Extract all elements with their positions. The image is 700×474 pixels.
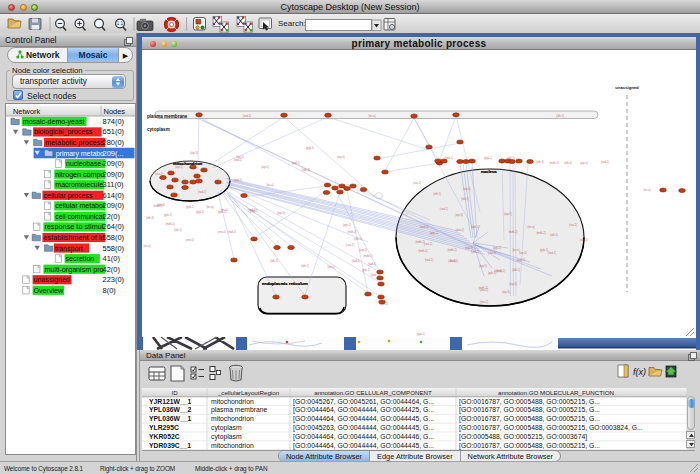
svg-text:ID: ID <box>171 389 178 396</box>
svg-text:(pgk-1): (pgk-1) <box>306 146 314 150</box>
svg-text:[GO:0016787, GO:0005488, GO:00: [GO:0016787, GO:0005488, GO:0005215, G..… <box>459 406 600 414</box>
svg-text:_cellularLayoutRegion: _cellularLayoutRegion <box>217 389 280 396</box>
svg-text:(cox-2): (cox-2) <box>155 172 163 176</box>
svg-text:mosaic-demo-yeast: mosaic-demo-yeast <box>23 118 85 126</box>
svg-text:(pyk-1): (pyk-1) <box>417 332 425 336</box>
svg-text:Overview: Overview <box>34 287 64 295</box>
svg-text:(mdh-2): (mdh-2) <box>447 248 456 252</box>
svg-text:[GO:0044464, GO:0044444, GO:00: [GO:0044464, GO:0044444, GO:0044446, G..… <box>293 433 434 441</box>
svg-text:(atp-5): (atp-5) <box>509 282 517 286</box>
svg-text:(atp-5): (atp-5) <box>455 213 463 217</box>
svg-text:874(0): 874(0) <box>103 117 125 126</box>
svg-text:transport: transport <box>55 245 83 253</box>
svg-text:(atp-5): (atp-5) <box>504 212 512 216</box>
svg-text:plasma membrane: plasma membrane <box>147 114 188 119</box>
svg-text:(ter-a): (ter-a) <box>266 183 273 187</box>
svg-text:(idh-1): (idh-1) <box>550 233 558 237</box>
svg-text:(eno-2): (eno-2) <box>186 238 194 242</box>
svg-text:(idh-1): (idh-1) <box>471 225 479 229</box>
svg-text:(tdh-3): (tdh-3) <box>146 216 154 220</box>
svg-text:(nad-1): (nad-1) <box>445 156 453 160</box>
svg-text:[GO:0045267, GO:0045261, GO:00: [GO:0045267, GO:0045261, GO:0044464, G..… <box>293 398 434 406</box>
svg-text:280(0): 280(0) <box>103 138 125 147</box>
svg-text:(mdh-2): (mdh-2) <box>347 230 356 234</box>
svg-text:macromolecule: macromolecule <box>55 181 103 189</box>
svg-text:558(0): 558(0) <box>103 244 125 253</box>
svg-text:mitochondrion: mitochondrion <box>173 161 203 166</box>
svg-text:(nad-1): (nad-1) <box>198 190 206 194</box>
svg-text:(cox-2): (cox-2) <box>424 242 432 246</box>
svg-text:(ter-a): (ter-a) <box>643 188 650 192</box>
svg-text:(atp-5): (atp-5) <box>580 161 588 165</box>
svg-text:(atp-5): (atp-5) <box>465 246 473 250</box>
svg-text:311(0): 311(0) <box>103 180 125 189</box>
svg-text:(pgk-1): (pgk-1) <box>493 246 501 250</box>
svg-text:nitrogen compo: nitrogen compo <box>55 171 104 179</box>
svg-text:(atp-5): (atp-5) <box>277 211 285 215</box>
svg-text:(mdh-2): (mdh-2) <box>508 230 517 234</box>
svg-text:209(0): 209(0) <box>103 159 125 168</box>
svg-text:(pgk-1): (pgk-1) <box>517 258 525 262</box>
svg-text:(atp-5): (atp-5) <box>236 155 244 159</box>
svg-text:(nad-1): (nad-1) <box>352 259 360 263</box>
svg-text:(atp-5): (atp-5) <box>463 187 471 191</box>
svg-text:biological_process: biological_process <box>34 128 93 136</box>
svg-text:(mdh-2): (mdh-2) <box>536 231 545 235</box>
svg-text:(pyk-1): (pyk-1) <box>164 213 172 217</box>
svg-text:(atp-5): (atp-5) <box>359 248 367 252</box>
svg-text:22(0): 22(0) <box>103 212 121 221</box>
svg-text:plasma membrane: plasma membrane <box>211 406 268 414</box>
svg-text:(idh-1): (idh-1) <box>471 250 479 254</box>
svg-text:[GO:0016787, GO:0005488, GO:00: [GO:0016787, GO:0005488, GO:0005215, G..… <box>459 415 600 423</box>
svg-text:nucleus: nucleus <box>481 169 497 174</box>
svg-text:(cox-2): (cox-2) <box>569 223 577 227</box>
svg-text:secretion: secretion <box>66 255 95 263</box>
svg-text:(cox-2): (cox-2) <box>450 259 458 263</box>
svg-text:f(x): f(x) <box>633 367 646 377</box>
svg-text:(eno-2): (eno-2) <box>480 288 488 292</box>
svg-text:YPL036W__2: YPL036W__2 <box>149 406 192 413</box>
svg-text:cytoplasm: cytoplasm <box>211 424 242 432</box>
svg-text:(mdh-2): (mdh-2) <box>153 204 162 208</box>
svg-text:(cox-2): (cox-2) <box>380 302 388 306</box>
svg-text:(idh-1): (idh-1) <box>512 268 520 272</box>
svg-text:(nad-1): (nad-1) <box>601 160 609 164</box>
svg-text:[GO:0044464, GO:0044444, GO:00: [GO:0044464, GO:0044444, GO:0044445, G..… <box>293 442 434 450</box>
svg-text:[GO:0005488, GO:0005215, GO:00: [GO:0005488, GO:0005215, GO:0003674] <box>459 433 587 441</box>
svg-text:651(0): 651(0) <box>103 127 125 136</box>
svg-text:(nad-1): (nad-1) <box>228 230 236 234</box>
svg-text:cellular metabol: cellular metabol <box>55 202 105 210</box>
svg-text:209(...: 209(... <box>103 149 124 158</box>
svg-text:(tdh-3): (tdh-3) <box>494 269 502 273</box>
svg-text:YLR295C: YLR295C <box>149 424 179 431</box>
svg-text:(nad-1): (nad-1) <box>425 258 433 262</box>
svg-text:(idh-1): (idh-1) <box>301 264 309 268</box>
svg-text:(idh-1): (idh-1) <box>433 192 441 196</box>
svg-text:(nad-1): (nad-1) <box>548 251 556 255</box>
svg-text:YPL036W__1: YPL036W__1 <box>149 415 192 422</box>
svg-text:(pyk-1): (pyk-1) <box>186 205 194 209</box>
svg-text:(atp-5): (atp-5) <box>479 264 487 268</box>
svg-text:(pgk-1): (pgk-1) <box>234 178 242 182</box>
svg-text:mitochondrion: mitochondrion <box>211 398 254 405</box>
svg-text:(tdh-3): (tdh-3) <box>536 160 544 164</box>
svg-text:unassigned: unassigned <box>615 85 639 90</box>
svg-text:annotation.GO MOLECULAR_FUNCTI: annotation.GO MOLECULAR_FUNCTION <box>498 389 614 396</box>
svg-text:(tdh-3): (tdh-3) <box>564 161 572 165</box>
svg-text:42(0): 42(0) <box>103 265 121 274</box>
svg-text:(mdh-2): (mdh-2) <box>418 249 427 253</box>
svg-text:(pyk-1): (pyk-1) <box>218 210 226 214</box>
svg-text:(eno-2): (eno-2) <box>456 228 464 232</box>
svg-text:614(0): 614(0) <box>103 191 125 200</box>
svg-text:(ter-a): (ter-a) <box>143 244 150 248</box>
svg-text:(mdh-2): (mdh-2) <box>549 161 558 165</box>
svg-text:(nad-1): (nad-1) <box>243 114 251 118</box>
svg-text:cellular process: cellular process <box>43 192 93 200</box>
svg-text:(pyk-1): (pyk-1) <box>430 231 438 235</box>
svg-text:(pyk-1): (pyk-1) <box>362 268 370 272</box>
svg-text:(pgk-1): (pgk-1) <box>292 161 300 165</box>
svg-text:YKR052C: YKR052C <box>149 433 180 440</box>
svg-text:209(0): 209(0) <box>103 201 125 210</box>
svg-text:[GO:0044464, GO:0044444, GO:00: [GO:0044464, GO:0044444, GO:0044445, G..… <box>293 415 434 423</box>
svg-text:unassigned: unassigned <box>34 276 70 284</box>
